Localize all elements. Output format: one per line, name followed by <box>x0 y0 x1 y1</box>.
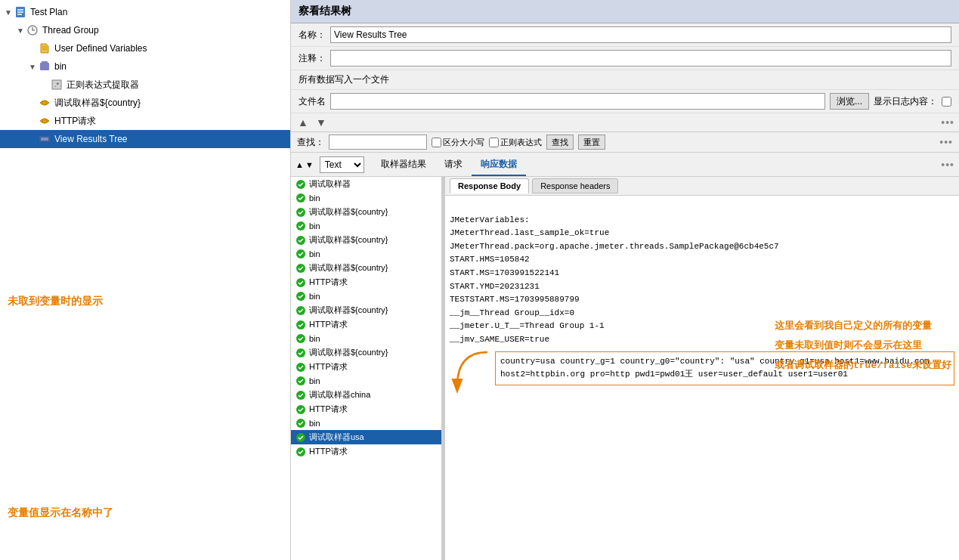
search-input[interactable] <box>329 135 427 150</box>
tree-item-view-results-tree[interactable]: View Results Tree <box>0 130 290 148</box>
result-list: 调试取样器bin调试取样器${country}bin调试取样器${country… <box>291 177 442 560</box>
result-item-r16[interactable]: 调试取样器china <box>291 388 441 402</box>
case-sensitive-checkbox[interactable] <box>432 138 441 147</box>
case-sensitive-label: 区分大小写 <box>432 137 484 148</box>
result-item-r19[interactable]: 调试取样器usa <box>291 430 441 444</box>
tree-label-debug-sampler-country: 调试取样器${country} <box>54 97 141 110</box>
comment-label: 注释： <box>299 52 326 65</box>
file-section-label-row: 所有数据写入一个文件 <box>291 70 959 90</box>
find-button[interactable]: 查找 <box>546 135 574 150</box>
tree-icon-thread-group <box>26 23 39 37</box>
tree-item-bin[interactable]: ▼bin <box>0 57 290 76</box>
tree-item-regex-extractor[interactable]: .*正则表达式提取器 <box>0 76 290 94</box>
result-label-r1: 调试取样器 <box>309 178 351 190</box>
result-icon-r12 <box>295 333 306 344</box>
result-label-r17: HTTP请求 <box>309 404 348 415</box>
orange-arrow-icon <box>450 348 495 398</box>
tree-icon-http-request <box>38 114 51 128</box>
sub-tab-response-body[interactable]: Response Body <box>450 178 529 193</box>
result-item-r11[interactable]: HTTP请求 <box>291 317 441 332</box>
result-label-r10: 调试取样器${country} <box>309 305 388 316</box>
result-item-r20[interactable]: HTTP请求 <box>291 444 441 459</box>
result-item-r8[interactable]: HTTP请求 <box>291 275 441 289</box>
up-icon-2[interactable]: ▲ <box>295 160 304 169</box>
result-icon-r15 <box>295 376 306 386</box>
result-item-r10[interactable]: 调试取样器${country} <box>291 303 441 317</box>
result-icon-r1 <box>295 179 306 190</box>
svg-text:.*: .* <box>54 81 60 88</box>
result-item-r18[interactable]: bin <box>291 416 441 430</box>
tree-label-regex-extractor: 正则表达式提取器 <box>67 79 139 91</box>
result-item-r2[interactable]: bin <box>291 191 441 205</box>
tree-label-view-results-tree: View Results Tree <box>54 134 128 144</box>
name-input[interactable] <box>330 26 951 43</box>
result-icon-r19 <box>295 432 306 443</box>
tree-label-http-request: HTTP请求 <box>54 115 96 128</box>
result-label-r9: bin <box>309 292 320 301</box>
name-row: 名称： <box>291 23 959 47</box>
sub-tabs-row: Response BodyResponse headers <box>445 177 959 196</box>
result-item-r9[interactable]: bin <box>291 289 441 303</box>
reset-button[interactable]: 重置 <box>578 135 605 150</box>
result-icon-r18 <box>295 418 306 429</box>
tree-item-test-plan[interactable]: ▼Test Plan <box>0 3 290 21</box>
result-item-r3[interactable]: 调试取样器${country} <box>291 205 441 219</box>
tree-arrow-test-plan: ▼ <box>5 8 14 17</box>
result-icon-r9 <box>295 291 306 302</box>
result-label-r2: bin <box>309 193 320 203</box>
tree-label-test-plan: Test Plan <box>30 7 67 17</box>
result-item-r12[interactable]: bin <box>291 332 441 345</box>
filename-input[interactable] <box>330 93 825 110</box>
right-annotation-line1: 这里会看到我自己定义的所有的变量 <box>775 320 932 332</box>
result-item-r1[interactable]: 调试取样器 <box>291 177 441 191</box>
result-item-r17[interactable]: HTTP请求 <box>291 402 441 416</box>
result-label-r14: HTTP请求 <box>309 361 348 373</box>
down-icon-2[interactable]: ▼ <box>305 160 314 169</box>
svg-rect-8 <box>42 61 48 63</box>
sub-tab-response-headers[interactable]: Response headers <box>532 178 618 193</box>
result-label-r18: bin <box>309 419 320 428</box>
tab-request[interactable]: 请求 <box>435 154 472 176</box>
toolbar-dots-1: ••• <box>941 116 954 128</box>
tab-sampler-result[interactable]: 取样器结果 <box>372 154 435 176</box>
result-label-r4: bin <box>309 221 320 230</box>
result-icon-r16 <box>295 390 306 401</box>
tree-icon-regex-extractor: .* <box>50 78 63 91</box>
result-icon-r8 <box>295 277 306 288</box>
right-annotation-line3: 或者调试取样器的true/false未设置好 <box>775 360 951 371</box>
result-item-r7[interactable]: 调试取样器${country} <box>291 261 441 275</box>
tree-item-debug-sampler-country[interactable]: 调试取样器${country} <box>0 94 290 112</box>
toolbar-dots-3: ••• <box>941 159 954 171</box>
result-item-r14[interactable]: HTTP请求 <box>291 360 441 374</box>
result-item-r15[interactable]: bin <box>291 374 441 388</box>
tab-response-data[interactable]: 响应数据 <box>472 154 526 176</box>
browse-button[interactable]: 浏览... <box>830 93 869 110</box>
down-icon[interactable]: ▼ <box>314 115 329 130</box>
format-dropdown[interactable]: Text HTML JSON XML <box>320 156 364 173</box>
result-item-r13[interactable]: 调试取样器${country} <box>291 345 441 360</box>
result-icon-r13 <box>295 348 306 358</box>
result-item-r4[interactable]: bin <box>291 219 441 233</box>
up-icon[interactable]: ▲ <box>295 115 311 130</box>
result-item-r6[interactable]: bin <box>291 247 441 261</box>
right-annotation-line2: 变量未取到值时则不会显示在这里 <box>775 340 922 351</box>
result-icon-r7 <box>295 263 306 274</box>
result-icon-r10 <box>295 305 306 316</box>
tree-item-thread-group[interactable]: ▼Thread Group <box>0 21 290 39</box>
result-icon-r5 <box>295 235 306 246</box>
result-icon-r2 <box>295 193 306 203</box>
main-tabs: 取样器结果请求响应数据 <box>364 154 942 175</box>
search-row: 查找： 区分大小写 正则表达式 查找 重置 ••• <box>291 132 959 153</box>
tree-icon-bin <box>38 60 51 73</box>
comment-input[interactable] <box>330 50 951 67</box>
result-icon-r6 <box>295 249 306 259</box>
log-checkbox[interactable] <box>942 97 951 107</box>
result-label-r11: HTTP请求 <box>309 319 348 330</box>
tree-item-user-defined-vars[interactable]: User Defined Variables <box>0 39 290 57</box>
filename-label: 文件名 <box>299 95 326 108</box>
tree-item-http-request[interactable]: HTTP请求 <box>0 112 290 130</box>
result-item-r5[interactable]: 调试取样器${country} <box>291 233 441 247</box>
regex-checkbox[interactable] <box>489 138 499 147</box>
result-icon-r20 <box>295 447 306 457</box>
svg-rect-7 <box>40 63 49 70</box>
